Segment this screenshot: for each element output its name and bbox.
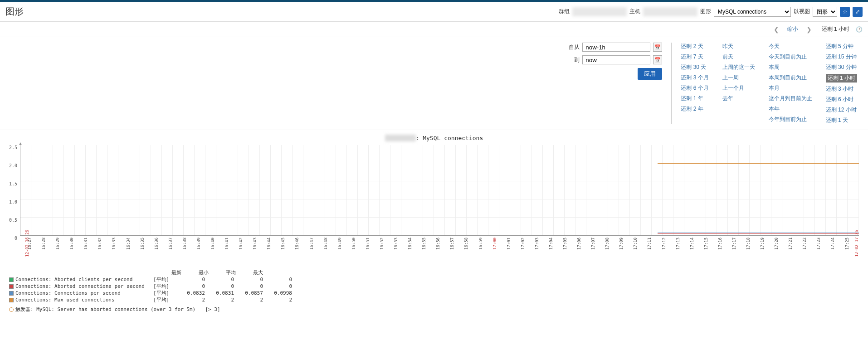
- y-axis: 2.52.01.51.00.50: [9, 145, 20, 236]
- preset-link[interactable]: 还剩 6 小时: [826, 96, 857, 103]
- x-tick: 17:09: [619, 238, 633, 251]
- preset-link[interactable]: 上一周: [722, 74, 755, 82]
- legend-row: Connections: Aborted connections per sec…: [9, 283, 859, 290]
- preset-link[interactable]: 上一个月: [722, 84, 755, 92]
- preset-link[interactable]: 还剩 15 分钟: [826, 53, 857, 61]
- x-tick: 16:28: [41, 238, 55, 251]
- current-range[interactable]: 还剩 1 小时: [820, 24, 851, 34]
- to-label: 到: [566, 56, 580, 64]
- from-label: 自从: [566, 44, 580, 51]
- x-tick: 17:25: [845, 238, 859, 251]
- next-arrow-icon[interactable]: ❯: [803, 26, 815, 33]
- favorite-icon[interactable]: ☆: [840, 7, 850, 17]
- apply-button[interactable]: 应用: [638, 68, 662, 80]
- view-select[interactable]: 图形: [813, 7, 837, 17]
- x-tick: 16:30: [69, 238, 83, 251]
- graph-select[interactable]: MySQL connections: [714, 7, 791, 17]
- legend-avg: 2: [236, 297, 263, 303]
- legend-avg: 0.0857: [236, 290, 263, 296]
- legend-last: 2: [178, 297, 205, 303]
- x-tick: 17:20: [774, 238, 788, 251]
- preset-link[interactable]: 还剩 2 年: [681, 105, 708, 113]
- x-tick: 16:47: [309, 238, 323, 251]
- view-label: 以视图: [794, 8, 810, 15]
- legend-min: 0: [207, 277, 234, 282]
- legend-row: Connections: Aborted clients per second …: [9, 276, 859, 283]
- from-input[interactable]: [582, 43, 650, 52]
- x-tick: 16:54: [408, 238, 422, 251]
- legend-swatch: [9, 298, 14, 302]
- preset-link[interactable]: 还剩 12 小时: [826, 106, 857, 114]
- preset-link[interactable]: 本月: [769, 84, 812, 92]
- chart-title: : MySQL connections: [9, 135, 859, 141]
- preset-link[interactable]: 上周的这一天: [722, 63, 755, 71]
- preset-link[interactable]: 还剩 1 天: [826, 117, 857, 124]
- x-tick: 16:35: [140, 238, 154, 251]
- x-tick: 17:12: [662, 238, 676, 251]
- legend-swatch: [9, 291, 14, 296]
- legend-type: [平均]: [153, 276, 176, 283]
- preset-link[interactable]: 还剩 30 分钟: [826, 63, 857, 71]
- x-tick: 16:46: [295, 238, 309, 251]
- x-tick: 17:03: [535, 238, 549, 251]
- x-tick: 16:50: [351, 238, 366, 251]
- preset-link[interactable]: 本周到目前为止: [769, 74, 812, 82]
- preset-link[interactable]: 还剩 3 个月: [681, 74, 708, 82]
- x-tick: 17:02: [521, 238, 535, 251]
- preset-link[interactable]: 还剩 5 分钟: [826, 43, 857, 50]
- x-tick: 17:07: [591, 238, 605, 251]
- zoom-out-button[interactable]: 缩小: [787, 25, 798, 33]
- x-tick: 17:24: [830, 238, 844, 251]
- preset-link[interactable]: 还剩 30 天: [681, 63, 708, 71]
- legend-max: 0.0998: [265, 290, 292, 296]
- legend-series-name: Connections: Max used connections: [15, 297, 151, 303]
- group-label: 群组: [559, 8, 570, 15]
- x-tick: 17:00: [493, 238, 507, 251]
- prev-arrow-icon[interactable]: ❮: [770, 26, 783, 33]
- legend-series-name: Connections: Aborted connections per sec…: [15, 283, 151, 289]
- x-tick: 17:05: [563, 238, 577, 251]
- x-tick: 16:41: [224, 238, 239, 251]
- host-select[interactable]: [643, 7, 697, 16]
- preset-link[interactable]: 去年: [722, 95, 755, 102]
- preset-link[interactable]: 还剩 2 天: [681, 43, 708, 50]
- x-tick: 17:06: [577, 238, 591, 251]
- x-tick: 16:33: [112, 238, 126, 251]
- host-label: 主机: [629, 8, 640, 15]
- fullscreen-icon[interactable]: ⤢: [853, 7, 863, 17]
- preset-link[interactable]: 还剩 6 个月: [681, 84, 708, 92]
- x-tick: 17:16: [718, 238, 732, 251]
- preset-link[interactable]: 这个月到目前为止: [769, 95, 812, 102]
- preset-link[interactable]: 本年: [769, 105, 812, 113]
- x-tick: 17:15: [704, 238, 718, 251]
- preset-link[interactable]: 本周: [769, 63, 812, 71]
- x-tick: 17:22: [802, 238, 816, 251]
- preset-link[interactable]: 还剩 3 小时: [826, 85, 857, 93]
- from-calendar-icon[interactable]: 📅: [653, 43, 662, 52]
- x-tick: 16:51: [366, 238, 380, 251]
- preset-link[interactable]: 今年到目前为止: [769, 116, 812, 123]
- x-tick: 16:27: [27, 238, 41, 251]
- preset-link[interactable]: 还剩 7 天: [681, 53, 708, 61]
- preset-link[interactable]: 还剩 1 小时: [826, 74, 857, 83]
- x-tick: 16:52: [380, 238, 394, 251]
- legend-series-name: Connections: Connections per second: [15, 290, 151, 296]
- preset-link[interactable]: 今天: [769, 43, 812, 50]
- legend-row: Connections: Connections per second [平均]…: [9, 290, 859, 296]
- to-calendar-icon[interactable]: 📅: [653, 55, 662, 64]
- legend-max: 0: [265, 277, 292, 282]
- group-select[interactable]: [572, 7, 627, 16]
- time-inputs: 自从 📅 到 📅 应用: [566, 43, 662, 124]
- legend-max: 0: [265, 283, 292, 289]
- preset-link[interactable]: 昨天: [722, 43, 755, 50]
- x-tick: 16:55: [422, 238, 436, 251]
- preset-link[interactable]: 前天: [722, 53, 755, 61]
- clock-icon[interactable]: 🕐: [856, 26, 863, 33]
- trigger-dot-icon: [9, 307, 14, 312]
- to-input[interactable]: [582, 55, 650, 64]
- preset-link[interactable]: 今天到目前为止: [769, 53, 812, 61]
- x-tick: 16:53: [394, 238, 408, 251]
- x-tick: 17:21: [788, 238, 802, 251]
- preset-link[interactable]: 还剩 1 年: [681, 95, 708, 102]
- x-tick: 17:19: [760, 238, 774, 251]
